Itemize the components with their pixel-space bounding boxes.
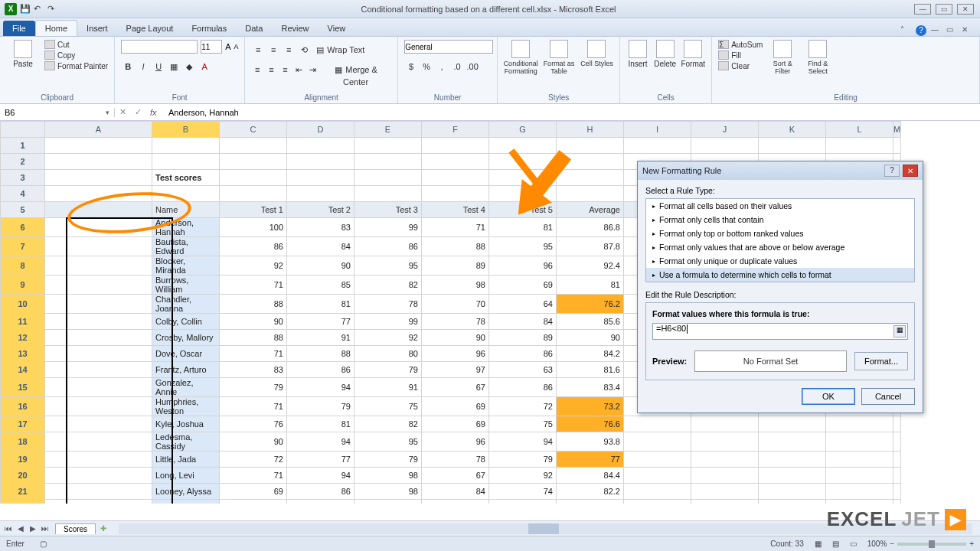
row-header[interactable]: 4 bbox=[1, 186, 45, 202]
row-header[interactable]: 17 bbox=[1, 416, 45, 432]
ok-button[interactable]: OK bbox=[802, 388, 855, 405]
cell[interactable]: 71 bbox=[422, 218, 489, 237]
tab-formulas[interactable]: Formulas bbox=[182, 21, 236, 36]
cell[interactable]: 92.4 bbox=[557, 256, 624, 276]
cell[interactable]: Burrows, William bbox=[152, 276, 220, 295]
cell[interactable]: 91 bbox=[489, 500, 557, 504]
cell[interactable]: 96 bbox=[422, 346, 489, 362]
cell[interactable] bbox=[45, 330, 152, 346]
row-header[interactable]: 9 bbox=[1, 276, 45, 295]
cell[interactable]: 81.6 bbox=[557, 362, 624, 378]
cell[interactable]: Crosby, Mallory bbox=[152, 330, 220, 346]
cell[interactable]: 92 bbox=[220, 256, 287, 276]
tab-view[interactable]: View bbox=[318, 21, 355, 36]
row-header[interactable]: 16 bbox=[1, 397, 45, 416]
cell[interactable]: 88 bbox=[422, 237, 489, 256]
row-header[interactable]: 11 bbox=[1, 314, 45, 330]
cell[interactable] bbox=[45, 468, 152, 484]
cell[interactable]: 88 bbox=[220, 295, 287, 314]
bold-button[interactable]: B bbox=[121, 60, 135, 73]
cell[interactable]: 91 bbox=[287, 330, 354, 346]
conditional-formatting-button[interactable]: Conditional Formatting bbox=[504, 40, 537, 75]
cell[interactable]: 98 bbox=[354, 484, 422, 500]
cell[interactable]: Name bbox=[152, 202, 220, 218]
cut-button[interactable]: Cut bbox=[44, 40, 108, 49]
col-header-H[interactable]: H bbox=[557, 122, 624, 138]
row-header[interactable]: 1 bbox=[1, 138, 45, 154]
cell[interactable]: Ledesma, Cassidy bbox=[152, 432, 220, 452]
cell[interactable] bbox=[45, 202, 152, 218]
cell[interactable]: 86 bbox=[287, 362, 354, 378]
cell[interactable] bbox=[45, 500, 152, 504]
cell[interactable] bbox=[45, 256, 152, 276]
cell[interactable] bbox=[45, 416, 152, 432]
cell[interactable] bbox=[45, 362, 152, 378]
cell[interactable]: 67 bbox=[422, 378, 489, 397]
italic-button[interactable]: I bbox=[136, 60, 150, 73]
col-header-C[interactable]: C bbox=[220, 122, 287, 138]
percent-icon[interactable]: % bbox=[420, 60, 433, 73]
cell[interactable]: Bautista, Edward bbox=[152, 237, 220, 256]
cell[interactable]: 94 bbox=[287, 468, 354, 484]
cell[interactable]: 90 bbox=[220, 432, 287, 452]
view-layout-icon[interactable]: ▤ bbox=[832, 540, 839, 548]
cell[interactable]: 74 bbox=[489, 484, 557, 500]
row-header[interactable]: 13 bbox=[1, 346, 45, 362]
cell[interactable]: 90 bbox=[287, 256, 354, 276]
cell[interactable]: 76 bbox=[220, 500, 287, 504]
cell[interactable]: 82 bbox=[354, 416, 422, 432]
cell[interactable]: Anderson, Hannah bbox=[152, 218, 220, 237]
tab-data[interactable]: Data bbox=[236, 21, 272, 36]
border-button[interactable]: ▦ bbox=[167, 60, 181, 73]
rule-type-option[interactable]: ▸Format all cells based on their values bbox=[646, 199, 914, 213]
currency-icon[interactable]: $ bbox=[404, 60, 418, 73]
cell[interactable] bbox=[45, 154, 152, 170]
cell[interactable]: Test scores bbox=[152, 170, 220, 186]
row-header[interactable]: 7 bbox=[1, 237, 45, 256]
cell[interactable]: 95 bbox=[354, 256, 422, 276]
minimize-button[interactable]: — bbox=[914, 4, 931, 15]
cell[interactable]: 84 bbox=[557, 500, 624, 504]
indent-dec-icon[interactable]: ⇤ bbox=[293, 63, 305, 77]
name-box[interactable]: B6▾ bbox=[0, 108, 115, 117]
copy-button[interactable]: Copy bbox=[44, 51, 108, 60]
row-header[interactable]: 12 bbox=[1, 330, 45, 346]
cell[interactable]: 84.4 bbox=[557, 468, 624, 484]
save-icon[interactable]: 💾 bbox=[20, 4, 31, 15]
cell[interactable]: 83 bbox=[220, 362, 287, 378]
cell[interactable]: 71 bbox=[220, 276, 287, 295]
cell[interactable]: Colby, Collin bbox=[152, 314, 220, 330]
window-close-icon[interactable]: ✕ bbox=[962, 25, 972, 36]
row-header[interactable]: 5 bbox=[1, 202, 45, 218]
rule-type-option[interactable]: ▸Format only values that are above or be… bbox=[646, 240, 914, 254]
cell[interactable]: Kyle, Joshua bbox=[152, 416, 220, 432]
redo-icon[interactable]: ↷ bbox=[47, 4, 58, 15]
cell[interactable] bbox=[45, 276, 152, 295]
cell[interactable]: 76 bbox=[354, 500, 422, 504]
indent-inc-icon[interactable]: ⇥ bbox=[307, 63, 319, 77]
cell[interactable]: 79 bbox=[287, 397, 354, 416]
rule-type-list[interactable]: ▸Format all cells based on their values▸… bbox=[645, 198, 915, 282]
row-header[interactable]: 15 bbox=[1, 378, 45, 397]
cell[interactable]: 70 bbox=[422, 295, 489, 314]
shrink-font-icon[interactable]: A bbox=[234, 43, 238, 51]
cell[interactable] bbox=[45, 346, 152, 362]
range-selector-icon[interactable]: ▦ bbox=[893, 325, 906, 337]
prev-sheet-icon[interactable]: ◀ bbox=[15, 524, 26, 533]
rule-type-option[interactable]: ▸Use a formula to determine which cells … bbox=[646, 268, 914, 282]
last-sheet-icon[interactable]: ⏭ bbox=[40, 524, 51, 533]
cell[interactable]: 85 bbox=[287, 276, 354, 295]
font-name-select[interactable] bbox=[121, 40, 198, 54]
cell[interactable]: Average bbox=[557, 202, 624, 218]
tab-page-layout[interactable]: Page Layout bbox=[117, 21, 183, 36]
col-header-M[interactable]: M bbox=[893, 122, 901, 138]
sheet-tab-scores[interactable]: Scores bbox=[55, 523, 96, 534]
view-normal-icon[interactable]: ▦ bbox=[815, 540, 822, 548]
cell[interactable] bbox=[45, 484, 152, 500]
row-header[interactable]: 19 bbox=[1, 452, 45, 468]
cell[interactable]: 84.2 bbox=[557, 346, 624, 362]
cell[interactable]: 72 bbox=[220, 452, 287, 468]
cell[interactable]: 69 bbox=[422, 416, 489, 432]
cell[interactable]: 67 bbox=[422, 468, 489, 484]
align-middle-icon[interactable]: ≡ bbox=[266, 43, 280, 57]
